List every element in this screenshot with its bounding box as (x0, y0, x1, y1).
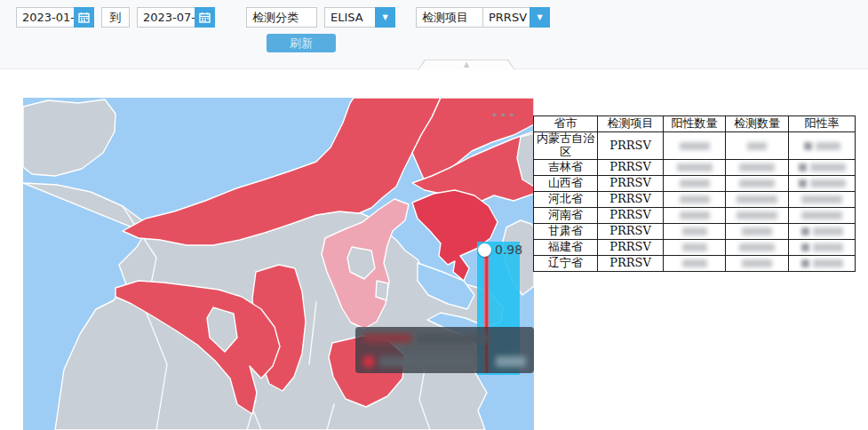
cell-test-count-redacted (726, 160, 789, 176)
cell-positive-rate-redacted (789, 208, 856, 224)
cell-positive-count-redacted (664, 176, 726, 192)
col-header-positive-count: 阳性数量 (664, 116, 726, 132)
project-label-box: 检测项目 (416, 7, 485, 28)
cell-positive-count-redacted (664, 224, 726, 240)
table-row: 福建省 PRRSV (534, 240, 856, 256)
cell-project: PRRSV (598, 132, 664, 160)
to-label: 到 (110, 10, 122, 26)
category-label: 检测分类 (247, 10, 316, 26)
map-tooltip (355, 327, 534, 373)
tooltip-redacted-text (417, 334, 490, 343)
cell-positive-rate-redacted (789, 176, 856, 192)
col-header-province: 省市 (534, 116, 598, 132)
cell-project: PRRSV (598, 176, 664, 192)
category-select[interactable]: ELISA ▼ (324, 7, 395, 28)
project-dropdown-button[interactable]: ▼ (530, 7, 550, 28)
table-row: 河南省 PRRSV (534, 208, 856, 224)
cell-test-count-redacted (726, 256, 789, 272)
cell-positive-rate-redacted (789, 240, 856, 256)
date-start-value[interactable]: 2023-01-01 (17, 11, 74, 24)
cell-project: PRRSV (598, 208, 664, 224)
col-header-test-count: 检测数量 (726, 116, 789, 132)
category-dropdown-button[interactable]: ▼ (375, 7, 395, 28)
date-start-input[interactable]: 2023-01-01 (16, 7, 94, 28)
tooltip-line-2 (363, 356, 526, 367)
category-value[interactable]: ELISA (325, 11, 375, 24)
table-row: 吉林省 PRRSV (534, 160, 856, 176)
province-tianjin[interactable] (376, 281, 388, 300)
cell-test-count-redacted (726, 132, 789, 160)
cell-positive-count-redacted (664, 132, 726, 160)
cell-project: PRRSV (598, 192, 664, 208)
cell-positive-count-redacted (664, 256, 726, 272)
cell-positive-rate-redacted (789, 160, 856, 176)
calendar-icon (78, 12, 90, 23)
date-end-input[interactable]: 2023-07-31 (137, 7, 215, 28)
table-row: 内蒙古自治区 PRRSV (534, 132, 856, 160)
filter-collapse-handle[interactable]: ▲ (418, 60, 515, 70)
province-data-table: 省市 检测项目 阳性数量 检测数量 阳性率 内蒙古自治区 PRRSV 吉林省 P… (533, 115, 856, 272)
visualmap-handle[interactable] (478, 243, 491, 257)
chevron-down-icon: ▼ (537, 13, 542, 21)
cell-positive-rate-redacted (789, 192, 856, 208)
map-menu-ellipsis-icon[interactable]: ••• (491, 109, 517, 121)
date-range-separator: 到 (101, 7, 130, 28)
calendar-button[interactable] (195, 7, 215, 28)
cell-test-count-redacted (726, 176, 789, 192)
calendar-icon (199, 12, 211, 23)
table-row: 甘肃省 PRRSV (534, 224, 856, 240)
tooltip-redacted-title (363, 333, 411, 343)
map-canvas[interactable] (23, 98, 534, 430)
cell-province: 河北省 (534, 192, 598, 208)
cell-test-count-redacted (726, 208, 789, 224)
category-label-box: 检测分类 (246, 7, 317, 28)
table-row: 山西省 PRRSV (534, 176, 856, 192)
cell-test-count-redacted (726, 240, 789, 256)
dashboard: 2023-01-01 到 2023-07-31 (0, 0, 868, 430)
visualmap-value-label: 0.98 (495, 243, 522, 257)
collapse-arrow-icon: ▲ (418, 60, 515, 70)
cell-positive-rate-redacted (789, 224, 856, 240)
cell-province: 内蒙古自治区 (534, 132, 598, 160)
table-row: 辽宁省 PRRSV (534, 256, 856, 272)
cell-province: 山西省 (534, 176, 598, 192)
tooltip-redacted-text (379, 356, 475, 367)
china-map-chart[interactable]: ••• 0.98 (23, 98, 534, 430)
chevron-down-icon: ▼ (382, 13, 387, 21)
project-value[interactable]: PRRSV (483, 11, 530, 24)
cell-positive-rate-redacted (789, 132, 856, 160)
cell-project: PRRSV (598, 240, 664, 256)
cell-province: 辽宁省 (534, 256, 598, 272)
cell-positive-count-redacted (664, 160, 726, 176)
table-header-row: 省市 检测项目 阳性数量 检测数量 阳性率 (534, 116, 856, 132)
cell-positive-count-redacted (664, 192, 726, 208)
calendar-button[interactable] (74, 7, 94, 28)
filter-toolbar: 2023-01-01 到 2023-07-31 (0, 0, 868, 69)
refresh-button[interactable]: 刷新 (267, 34, 336, 52)
col-header-project: 检测项目 (598, 116, 664, 132)
cell-positive-count-redacted (664, 240, 726, 256)
cell-project: PRRSV (598, 256, 664, 272)
tooltip-redacted-value (496, 356, 526, 367)
project-label: 检测项目 (417, 10, 484, 26)
table-row: 河北省 PRRSV (534, 192, 856, 208)
cell-test-count-redacted (726, 224, 789, 240)
cell-province: 吉林省 (534, 160, 598, 176)
date-end-value[interactable]: 2023-07-31 (138, 11, 195, 24)
cell-province: 河南省 (534, 208, 598, 224)
cell-province: 福建省 (534, 240, 598, 256)
col-header-positive-rate: 阳性率 (789, 116, 856, 132)
project-select[interactable]: PRRSV ▼ (482, 7, 550, 28)
cell-project: PRRSV (598, 160, 664, 176)
tooltip-series-marker (363, 356, 374, 367)
cell-project: PRRSV (598, 224, 664, 240)
cell-positive-count-redacted (664, 208, 726, 224)
tooltip-line-1 (363, 333, 526, 343)
cell-test-count-redacted (726, 192, 789, 208)
cell-province: 甘肃省 (534, 224, 598, 240)
cell-positive-rate-redacted (789, 256, 856, 272)
